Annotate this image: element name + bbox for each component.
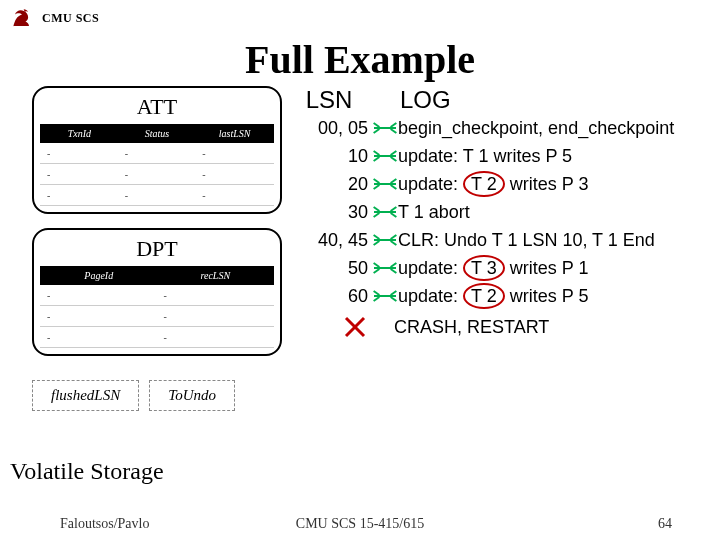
dpt-title: DPT	[40, 236, 274, 262]
cell: -	[41, 285, 158, 306]
log-desc: update: T 2 writes P 5	[398, 282, 720, 310]
lsn-cell: 50	[290, 254, 372, 282]
dpt-col-pageid: PageId	[41, 267, 158, 285]
att-title: ATT	[40, 94, 274, 120]
cell: -	[157, 327, 274, 348]
cell: -	[41, 143, 119, 164]
header: CMU SCS	[0, 0, 720, 32]
log-desc: CLR: Undo T 1 LSN 10, T 1 End	[398, 226, 720, 254]
att-col-lastlsn: lastLSN	[196, 125, 274, 143]
flushed-lsn-box: flushedLSN	[32, 380, 139, 411]
log-desc: update: T 3 writes P 1	[398, 254, 720, 282]
page-title: Full Example	[0, 36, 720, 83]
log-row: 00, 05begin_checkpoint, end_checkpoint	[290, 114, 720, 142]
lsn-cell: 30	[290, 198, 372, 226]
dpt-col-reclsn: recLSN	[157, 267, 274, 285]
content-area: ATT TxnId Status lastLSN --- --- --- DPT…	[0, 86, 720, 411]
footer-right: 64	[658, 516, 672, 532]
lsn-cell: 40, 45	[290, 226, 372, 254]
att-col-txnid: TxnId	[41, 125, 119, 143]
left-column: ATT TxnId Status lastLSN --- --- --- DPT…	[0, 86, 282, 411]
arrow-icon	[372, 211, 398, 213]
bottom-boxes: flushedLSN ToUndo	[32, 380, 282, 411]
circled-txn: T 3	[463, 255, 505, 281]
log-column: LSN LOG 00, 05begin_checkpoint, end_chec…	[282, 86, 720, 411]
log-desc: T 1 abort	[398, 198, 720, 226]
crash-text: CRASH, RESTART	[394, 312, 720, 342]
footer: Faloutsos/Pavlo CMU SCS 15-415/615 64	[0, 516, 720, 532]
cell: -	[157, 306, 274, 327]
crash-row: CRASH, RESTART	[290, 312, 720, 342]
lsn-cell: 60	[290, 282, 372, 310]
circled-txn: T 2	[463, 171, 505, 197]
table-row: ---	[41, 164, 274, 185]
log-row: 10update: T 1 writes P 5	[290, 142, 720, 170]
arrow-icon	[372, 239, 398, 241]
footer-left: Faloutsos/Pavlo	[60, 516, 149, 532]
cell: -	[196, 185, 274, 206]
table-row: --	[41, 327, 274, 348]
lsn-cell: 00, 05	[290, 114, 372, 142]
course-code: CMU SCS	[42, 11, 99, 26]
table-row: ---	[41, 185, 274, 206]
cell: -	[157, 285, 274, 306]
crash-x	[290, 314, 368, 340]
log-row: 40, 45CLR: Undo T 1 LSN 10, T 1 End	[290, 226, 720, 254]
att-box: ATT TxnId Status lastLSN --- --- ---	[32, 86, 282, 214]
to-undo-box: ToUndo	[149, 380, 235, 411]
arrow-icon	[372, 183, 398, 185]
arrow-icon	[372, 155, 398, 157]
table-row: --	[41, 285, 274, 306]
log-heading: LOG	[368, 86, 451, 114]
arrow-icon	[372, 267, 398, 269]
cell: -	[196, 143, 274, 164]
table-row: --	[41, 306, 274, 327]
log-row: 60update: T 2 writes P 5	[290, 282, 720, 310]
log-desc: update: T 2 writes P 3	[398, 170, 720, 198]
log-row: 30T 1 abort	[290, 198, 720, 226]
cell: -	[41, 185, 119, 206]
cell: -	[196, 164, 274, 185]
dpt-box: DPT PageId recLSN -- -- --	[32, 228, 282, 356]
arrow-icon	[372, 127, 398, 129]
cell: -	[41, 327, 158, 348]
att-col-status: Status	[118, 125, 196, 143]
lsn-cell: 10	[290, 142, 372, 170]
footer-center: CMU SCS 15-415/615	[296, 516, 424, 532]
arrow-icon	[372, 295, 398, 297]
log-row: 50update: T 3 writes P 1	[290, 254, 720, 282]
cell: -	[41, 306, 158, 327]
log-rows: 00, 05begin_checkpoint, end_checkpoint10…	[290, 114, 720, 310]
log-desc: begin_checkpoint, end_checkpoint	[398, 114, 720, 142]
log-header: LSN LOG	[290, 86, 720, 114]
log-desc: update: T 1 writes P 5	[398, 142, 720, 170]
cell: -	[118, 185, 196, 206]
lsn-heading: LSN	[290, 86, 368, 114]
log-row: 20update: T 2 writes P 3	[290, 170, 720, 198]
table-row: ---	[41, 143, 274, 164]
cell: -	[118, 143, 196, 164]
griffin-logo	[8, 4, 36, 32]
crash-x-icon	[342, 314, 368, 340]
circled-txn: T 2	[463, 283, 505, 309]
cell: -	[118, 164, 196, 185]
dpt-table: PageId recLSN -- -- --	[40, 266, 274, 348]
volatile-storage-label: Volatile Storage	[10, 458, 164, 485]
att-table: TxnId Status lastLSN --- --- ---	[40, 124, 274, 206]
lsn-cell: 20	[290, 170, 372, 198]
cell: -	[41, 164, 119, 185]
